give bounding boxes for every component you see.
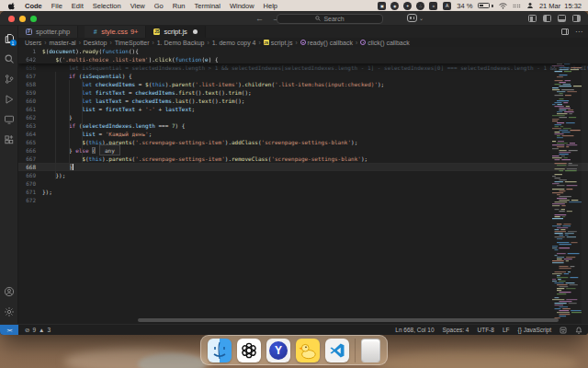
line-number[interactable]: 1 [18,47,42,55]
toggle-primary-sidebar-icon[interactable] [543,15,551,22]
code-line[interactable]: 659 let firstText = checkedItems.first()… [18,88,588,97]
sticky-scroll[interactable]: 1$(document).ready(function(){642 $('.mu… [18,47,588,63]
keyboard-icon[interactable]: ⌗ [429,2,437,10]
line-number[interactable]: 666 [18,146,42,155]
source-control-icon[interactable] [0,69,18,89]
problems-indicator[interactable]: ⊘ 9 ▲ 3 [25,327,51,334]
feedback-smiley-icon[interactable] [560,327,567,334]
code-line[interactable]: 671}); [18,188,588,196]
control-center-icon[interactable] [513,3,521,9]
line-number[interactable]: 656 [18,63,42,72]
dock-yandex-browser-icon[interactable]: Y [266,339,290,362]
line-number[interactable]: 661 [18,105,42,113]
code-line[interactable]: 670 [18,179,588,188]
code-line[interactable]: 658 let checkedItems = $(this).parent('.… [18,80,588,88]
code-line[interactable]: 660 let lastText = checkedItems.last().t… [18,97,588,105]
code-line[interactable]: 656 let isSequential = selectedIndexes.l… [18,63,588,72]
minimize-window-button[interactable] [19,16,26,22]
line-number[interactable]: 671 [18,188,42,196]
notifications-bell-icon[interactable] [575,327,582,334]
breadcrumb-item[interactable]: 1. Demo Backup [157,40,205,46]
dock-chatgpt-icon[interactable] [237,339,261,362]
user-account-icon[interactable] [526,2,534,9]
line-number[interactable]: 668 [18,163,42,171]
vertical-scrollbar[interactable] [582,47,588,324]
toggle-secondary-sidebar-icon[interactable] [572,15,581,22]
line-number[interactable]: 657 [18,72,42,80]
horizontal-scrollbar[interactable] [138,318,559,322]
code-line[interactable]: 667 $(this).parents('.screenpage-setting… [18,155,588,163]
customize-layout-icon[interactable] [528,15,537,22]
remote-explorer-icon[interactable] [0,109,18,130]
line-number[interactable]: 662 [18,113,42,121]
tab-spotter.php[interactable]: Pspotter.php [18,26,78,38]
status-lf[interactable]: LF [503,327,510,333]
menu-item-edit[interactable]: Edit [72,2,84,10]
copilot-menu-icon[interactable]: ⌄ [407,14,424,22]
line-number[interactable]: 660 [18,97,42,105]
apple-menu-icon[interactable] [8,2,16,10]
vscode-title-bar[interactable]: ← → Search ⌄ [0,11,588,26]
dock-finder-icon[interactable] [208,339,232,362]
status-ln[interactable]: Ln 668, Col 10 [395,327,434,333]
dock-cyberduck-icon[interactable] [296,339,320,362]
split-editor-icon[interactable] [561,29,569,35]
accounts-icon[interactable] [0,282,18,302]
menu-time[interactable]: 15:32 [564,2,582,10]
menu-item-run[interactable]: Run [173,2,186,10]
line-number[interactable]: 642 [18,55,42,63]
breadcrumb-item[interactable]: click() callback [360,40,410,46]
menu-item-window[interactable]: Window [230,2,254,10]
code-line[interactable]: 661 list = firstText + '-' + lastText; [18,105,588,113]
breadcrumb-item[interactable]: JSscript.js [264,40,293,46]
status-[interactable]: {} JavaScript [518,327,552,333]
line-number[interactable]: 663 [18,121,42,130]
breadcrumb-item[interactable]: Users [25,40,41,46]
code-line[interactable]: 662 } [18,113,588,121]
breadcrumb-item[interactable]: 1. demo copy 4 [212,40,256,46]
system-settings-icon[interactable]: ✦ [403,2,412,10]
code-line[interactable]: 664 list = 'Каждый день'; [18,130,588,138]
menu-item-help[interactable]: Help [264,2,277,10]
dock-vscode-icon[interactable] [325,339,349,362]
tab-script.js[interactable]: JSscript.js [146,26,205,38]
wifi-icon[interactable] [499,3,507,9]
line-number[interactable]: 669 [18,171,42,179]
line-number[interactable]: 659 [18,88,42,97]
toggle-panel-icon[interactable] [558,15,566,22]
stats-icon[interactable]: ∴ [416,2,424,10]
maximize-window-button[interactable] [30,16,37,22]
menu-app-name[interactable]: Code [25,2,42,10]
menu-item-terminal[interactable]: Terminal [195,2,220,10]
menu-item-view[interactable]: View [130,2,145,10]
command-center-search[interactable]: Search [277,14,383,24]
line-number[interactable]: 658 [18,80,42,88]
code-line[interactable]: 657 if (isSequential) { [18,72,588,80]
menu-item-file[interactable]: File [51,2,62,10]
code-line[interactable]: 663 if (selectedIndexes.length === 7) { [18,121,588,130]
tab-style.css[interactable]: #style.css9+ [85,26,146,38]
code-line[interactable]: 672 [18,196,588,204]
menu-date[interactable]: 21 Mar [539,2,560,10]
settings-gear-icon[interactable] [0,302,18,322]
code-line[interactable]: 1$(document).ready(function(){ [18,47,588,55]
battery-icon[interactable] [478,3,493,8]
close-window-button[interactable] [8,16,15,22]
menu-item-go[interactable]: Go [154,2,164,10]
code-line[interactable]: 642 $('.multi-choice .list-item').click(… [18,55,588,63]
line-number[interactable]: 672 [18,196,42,204]
input-source-icon[interactable]: A [443,2,451,10]
search-sidebar-icon[interactable] [0,49,18,69]
nav-back-icon[interactable]: ← [255,14,264,23]
tab-modified-dot[interactable] [193,29,198,34]
code-line[interactable]: 669 }); [18,171,588,179]
line-number[interactable]: 670 [18,179,42,188]
line-number[interactable]: 667 [18,155,42,163]
editor-more-actions-icon[interactable]: ⋯ [575,28,582,36]
breadcrumb-item[interactable]: Desktop [84,40,107,46]
extensions-icon[interactable] [0,130,18,150]
breadcrumb-item[interactable]: TimeSpotter [115,40,150,46]
status-utf[interactable]: UTF-8 [477,327,493,333]
code-line[interactable]: 668 } [18,163,588,171]
breadcrumb-item[interactable]: ready() callback [300,40,353,46]
